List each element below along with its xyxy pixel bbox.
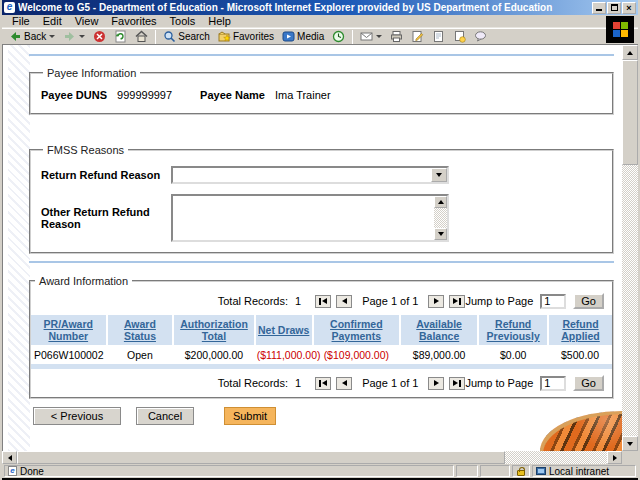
mail-button[interactable]	[357, 29, 385, 44]
total-records-value: 1	[295, 377, 301, 389]
home-icon	[135, 30, 148, 43]
security-lock-pane	[512, 465, 530, 477]
lock-icon	[517, 470, 525, 476]
payee-name-label: Payee Name	[200, 89, 265, 101]
first-page-button[interactable]	[315, 377, 331, 390]
menu-favorites[interactable]: Favorites	[105, 15, 162, 27]
header-available-balance[interactable]: Available Balance	[400, 315, 478, 345]
back-dropdown-icon[interactable]	[49, 35, 55, 38]
award-table: PR/Award Number Award Status Authorizati…	[31, 315, 612, 364]
payee-information-section: Payee Information Payee DUNS 999999997 P…	[29, 67, 614, 115]
horizontal-rule	[29, 54, 614, 56]
first-page-button[interactable]	[315, 295, 331, 308]
refresh-button[interactable]	[111, 29, 130, 44]
previous-button[interactable]: < Previous	[33, 407, 121, 425]
header-net-draws[interactable]: Net Draws	[255, 315, 313, 345]
horizontal-scrollbar-thumb[interactable]	[17, 451, 505, 464]
scroll-left-button[interactable]	[2, 451, 17, 464]
favorites-icon	[218, 30, 231, 43]
jump-to-page-input[interactable]: 1	[540, 376, 566, 391]
document-icon	[432, 30, 445, 43]
other-return-refund-reason-label: Other Return Refund Reason	[41, 206, 171, 230]
scroll-up-button[interactable]	[622, 45, 638, 60]
scroll-down-button[interactable]	[622, 436, 638, 451]
header-refund-previously[interactable]: Refund Previously	[478, 315, 548, 345]
restore-button[interactable]	[607, 2, 621, 14]
restore-icon	[611, 4, 618, 11]
award-information-section: Award Information Total Records: 1 Page …	[29, 275, 614, 399]
messenger-button[interactable]	[450, 29, 469, 44]
stop-button[interactable]	[90, 29, 109, 44]
back-button[interactable]: Back	[6, 29, 58, 44]
return-refund-reason-select[interactable]	[171, 166, 449, 184]
submit-button[interactable]: Submit	[224, 407, 276, 425]
minimize-button[interactable]	[592, 2, 606, 14]
header-pr-award-number[interactable]: PR/Award Number	[31, 315, 107, 345]
back-icon	[9, 30, 22, 43]
document-button[interactable]	[429, 29, 448, 44]
jump-to-page-input[interactable]: 1	[540, 294, 566, 309]
edit-icon	[411, 30, 424, 43]
favorites-button[interactable]: Favorites	[215, 29, 277, 44]
page-indicator: Page 1 of 1	[362, 295, 418, 307]
horizontal-rule	[29, 261, 614, 263]
print-button[interactable]	[387, 29, 406, 44]
go-button[interactable]: Go	[573, 293, 604, 309]
media-icon	[282, 30, 295, 43]
cell-authorization-total: $200,000.00	[173, 345, 254, 364]
go-button[interactable]: Go	[573, 375, 604, 391]
scroll-right-button[interactable]	[607, 451, 622, 464]
security-zone-pane: Local intranet	[532, 465, 636, 477]
cell-refund-applied: $500.00	[548, 345, 612, 364]
ie-window-icon: e	[4, 2, 15, 13]
last-page-button[interactable]	[449, 377, 465, 390]
header-authorization-total[interactable]: Authorization Total	[173, 315, 254, 345]
discuss-icon	[474, 30, 487, 43]
select-dropdown-icon[interactable]	[431, 168, 447, 182]
menu-tools[interactable]: Tools	[164, 15, 202, 27]
menu-edit[interactable]: Edit	[37, 15, 68, 27]
previous-page-button[interactable]	[336, 295, 352, 308]
minimize-icon	[596, 4, 602, 11]
other-return-refund-reason-textarea[interactable]	[171, 194, 449, 242]
mail-dropdown-icon[interactable]	[376, 35, 382, 38]
page-content: Payee Information Payee DUNS 999999997 P…	[2, 45, 622, 451]
menu-file[interactable]: File	[6, 15, 36, 27]
close-button[interactable]: ×	[622, 2, 636, 14]
cell-available-balance: $89,000.00	[400, 345, 478, 364]
action-buttons: < Previous Cancel Submit	[29, 407, 614, 425]
vertical-scrollbar-thumb[interactable]	[622, 60, 638, 165]
history-button[interactable]	[329, 29, 348, 44]
vertical-scrollbar[interactable]	[622, 45, 638, 451]
next-page-button[interactable]	[428, 377, 444, 390]
status-pane-empty	[456, 465, 478, 477]
fmss-reasons-section: FMSS Reasons Return Refund Reason Other …	[29, 144, 614, 254]
search-button[interactable]: Search	[160, 29, 213, 44]
textarea-scrollbar[interactable]	[434, 196, 447, 240]
previous-page-button[interactable]	[336, 377, 352, 390]
menu-view[interactable]: View	[69, 15, 105, 27]
payee-information-legend: Payee Information	[43, 67, 140, 79]
next-page-button[interactable]	[428, 295, 444, 308]
scroll-up-icon[interactable]	[434, 196, 447, 208]
browser-window: e Welcome to G5 - Department of Educatio…	[0, 0, 640, 480]
fmss-reasons-legend: FMSS Reasons	[43, 144, 128, 156]
total-records-value: 1	[295, 295, 301, 307]
status-page-icon: e	[8, 466, 17, 476]
last-page-button[interactable]	[449, 295, 465, 308]
header-award-status[interactable]: Award Status	[107, 315, 174, 345]
discuss-button[interactable]	[471, 29, 490, 44]
scroll-down-icon[interactable]	[434, 228, 447, 240]
forward-dropdown-icon[interactable]	[79, 35, 85, 38]
edit-button[interactable]	[408, 29, 427, 44]
header-refund-applied[interactable]: Refund Applied	[548, 315, 612, 345]
toolbar: Back Search Favorites Media	[2, 28, 638, 45]
cancel-button[interactable]: Cancel	[136, 407, 194, 425]
menu-help[interactable]: Help	[202, 15, 237, 27]
horizontal-scrollbar[interactable]	[2, 451, 638, 464]
header-confirmed-payments[interactable]: Confirmed Payments	[313, 315, 400, 345]
forward-button[interactable]	[60, 29, 88, 44]
home-button[interactable]	[132, 29, 151, 44]
page-left-texture	[8, 45, 30, 451]
media-button[interactable]: Media	[279, 29, 327, 44]
